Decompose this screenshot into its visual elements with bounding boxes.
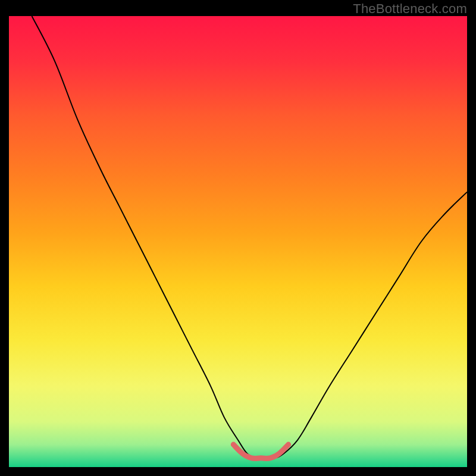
plot-area xyxy=(9,16,467,467)
watermark-text: TheBottleneck.com xyxy=(353,1,467,17)
chart-frame: TheBottleneck.com xyxy=(0,0,476,476)
bottleneck-chart xyxy=(9,16,467,467)
gradient-background xyxy=(9,16,467,467)
